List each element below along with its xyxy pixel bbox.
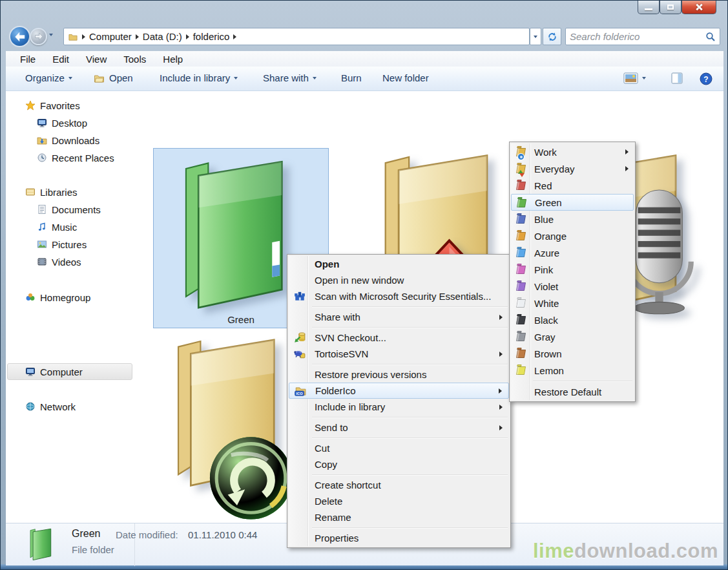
breadcrumb[interactable]: Computer Data (D:) folderico: [63, 28, 530, 45]
menu-help[interactable]: Help: [156, 52, 189, 66]
sidebar-item-computer[interactable]: Computer: [25, 364, 83, 379]
context-menu-item-restore-previous-versions[interactable]: Restore previous versions: [289, 366, 509, 383]
sidebar-item-documents[interactable]: Documents: [37, 202, 101, 216]
submenu-item-violet[interactable]: Violet: [511, 278, 634, 295]
context-menu-item-include-in-library[interactable]: Include in library: [289, 399, 509, 415]
sidebar-item-desktop[interactable]: Desktop: [37, 116, 87, 130]
context-menu-item-share-with[interactable]: Share with: [289, 309, 509, 325]
submenu-item-green[interactable]: Green: [511, 194, 634, 211]
breadcrumb-item-folderico[interactable]: folderico: [193, 31, 230, 42]
chevron-down-icon: [68, 77, 72, 79]
pink-folder-icon: [516, 266, 526, 274]
chevron-down-icon: [234, 77, 238, 79]
menu-separator: [312, 417, 508, 417]
search-input[interactable]: Search folderico: [565, 28, 720, 45]
date-modified-label: Date modified:: [116, 529, 178, 540]
context-menu-item-folderico[interactable]: ICO FolderIco: [289, 383, 509, 399]
minimize-button[interactable]: [638, 1, 660, 14]
context-menu-item-cut[interactable]: Cut: [289, 440, 509, 456]
svg-text:ICO: ICO: [296, 392, 304, 396]
maximize-button[interactable]: [660, 1, 681, 14]
change-view-button[interactable]: [623, 72, 646, 84]
context-menu-item-scan-security-essentials[interactable]: Scan with Microsoft Security Essentials.…: [289, 288, 509, 304]
date-modified-value: 01.11.2010 0:44: [188, 529, 257, 540]
submenu-item-black[interactable]: Black: [511, 311, 634, 328]
minimize-icon: [645, 8, 652, 10]
folderico-icon: ICO: [295, 385, 306, 397]
music-icon: [37, 222, 47, 232]
search-icon[interactable]: [705, 32, 716, 42]
submenu-item-pink[interactable]: Pink: [511, 261, 634, 278]
sidebar-item-homegroup[interactable]: Homegroup: [25, 290, 90, 304]
submenu-item-red[interactable]: Red: [511, 177, 634, 194]
recent-pages-caret-icon[interactable]: [49, 34, 53, 36]
new-folder-button[interactable]: New folder: [382, 72, 429, 83]
submenu-item-brown[interactable]: Brown: [511, 345, 634, 362]
watermark-accent: lime: [533, 540, 574, 562]
sidebar-item-pictures[interactable]: Pictures: [37, 237, 87, 251]
sidebar-item-music[interactable]: Music: [37, 220, 77, 234]
sidebar-item-videos[interactable]: Videos: [37, 255, 81, 269]
submenu-item-gray[interactable]: Gray: [511, 328, 634, 345]
menu-view[interactable]: View: [79, 52, 113, 66]
sidebar-item-recent-places[interactable]: Recent Places: [37, 151, 114, 165]
breadcrumb-item-data-d[interactable]: Data (D:): [143, 31, 182, 42]
context-menu-item-open-new-window[interactable]: Open in new window: [289, 272, 509, 288]
context-menu-item-open[interactable]: Open: [289, 256, 509, 272]
open-button[interactable]: Open: [93, 72, 133, 83]
submenu-item-everyday[interactable]: Everyday: [511, 160, 634, 177]
navigation-pane: Favorites Desktop Downloads Recent Place…: [6, 91, 134, 523]
black-folder-icon: [516, 316, 526, 324]
search-placeholder: Search folderico: [570, 31, 640, 42]
green-folder-icon: [168, 153, 307, 314]
help-button[interactable]: ?: [700, 72, 712, 85]
back-button[interactable]: [9, 26, 30, 47]
submenu-item-restore-default[interactable]: Restore Default: [511, 383, 634, 400]
sidebar-item-downloads[interactable]: Downloads: [37, 133, 99, 147]
submenu-item-white[interactable]: White: [511, 295, 634, 311]
context-menu-item-create-shortcut[interactable]: Create shortcut: [289, 477, 509, 493]
preview-pane-icon: [671, 72, 683, 84]
menu-file[interactable]: File: [14, 52, 42, 66]
context-menu-item-properties[interactable]: Properties: [289, 530, 509, 546]
close-button[interactable]: [681, 1, 716, 14]
red-folder-icon: [516, 182, 526, 190]
context-menu-item-copy[interactable]: Copy: [289, 456, 509, 472]
refresh-button[interactable]: [543, 28, 561, 45]
sidebar-item-favorites[interactable]: Favorites: [25, 98, 80, 112]
sidebar-item-libraries[interactable]: Libraries: [25, 185, 78, 199]
sidebar-item-network[interactable]: Network: [25, 399, 76, 414]
submenu-item-blue[interactable]: Blue: [511, 211, 634, 227]
forward-button[interactable]: [30, 28, 47, 45]
submenu-item-azure[interactable]: Azure: [511, 244, 634, 261]
burn-button[interactable]: Burn: [341, 72, 362, 83]
submenu-item-lemon[interactable]: Lemon: [511, 362, 634, 379]
command-toolbar: Organize Open Include in library Share w…: [6, 67, 723, 91]
submenu-arrow-icon: [499, 388, 502, 394]
include-in-library-button[interactable]: Include in library: [160, 72, 238, 83]
breadcrumb-item-computer[interactable]: Computer: [89, 31, 132, 42]
menu-tools[interactable]: Tools: [117, 52, 152, 66]
svg-text:?: ?: [703, 75, 708, 84]
organize-button[interactable]: Organize: [25, 72, 72, 83]
address-history-caret[interactable]: [530, 28, 541, 45]
arrows-badge-icon: [518, 170, 525, 176]
context-menu-item-rename[interactable]: Rename: [289, 509, 509, 525]
forward-arrow-icon: [34, 32, 43, 41]
network-icon: [25, 401, 36, 412]
submenu-arrow-icon: [499, 352, 503, 357]
share-with-button[interactable]: Share with: [263, 72, 317, 83]
context-menu-item-send-to[interactable]: Send to: [289, 419, 509, 436]
preview-pane-button[interactable]: [671, 72, 683, 84]
views-icon: [623, 72, 638, 84]
violet-folder-icon: [516, 282, 526, 291]
breadcrumb-separator-icon: [186, 34, 189, 39]
context-menu-item-svn-checkout[interactable]: SVN Checkout...: [289, 330, 509, 346]
menu-edit[interactable]: Edit: [46, 52, 76, 66]
submenu-item-work[interactable]: Work: [511, 143, 634, 160]
submenu-item-orange[interactable]: Orange: [511, 227, 634, 244]
submenu-arrow-icon: [499, 425, 503, 430]
context-menu-item-delete[interactable]: Delete: [289, 493, 509, 509]
submenu-arrow-icon: [625, 149, 629, 154]
context-menu-item-tortoisesvn[interactable]: TortoiseSVN: [289, 346, 509, 362]
